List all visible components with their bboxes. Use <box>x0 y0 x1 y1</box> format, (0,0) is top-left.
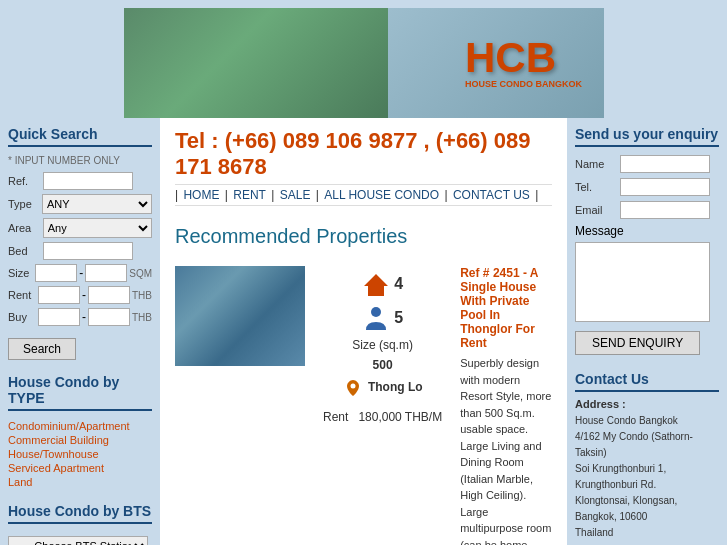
logo-text: HCB <box>465 37 582 79</box>
logo-area: HCB HOUSE CONDO BANGKOK <box>464 18 584 108</box>
bed-label: Bed <box>8 245 43 257</box>
bts-select[interactable]: ----- Choose BTS Station ----- <box>8 536 148 545</box>
logo-sub: HOUSE CONDO BANGKOK <box>465 79 582 89</box>
name-row: Name <box>575 155 719 173</box>
left-sidebar: Quick Search * INPUT NUMBER ONLY Ref. Ty… <box>0 118 160 545</box>
center-content: Tel : (+66) 089 106 9877 , (+66) 089 171… <box>160 118 567 545</box>
bedroom-count: 4 <box>394 275 403 293</box>
buy-max-input[interactable] <box>88 308 130 326</box>
buy-dash: - <box>82 310 86 324</box>
email-row: Email <box>575 201 719 219</box>
buy-label: Buy <box>8 311 38 323</box>
quick-search-title: Quick Search <box>8 126 152 147</box>
rent-label: Rent <box>8 289 38 301</box>
thumb-image-1 <box>175 266 305 366</box>
nav-links: | HOME | RENT | SALE | ALL HOUSE CONDO |… <box>175 184 552 206</box>
bathroom-count: 5 <box>394 309 403 327</box>
email-label: Email <box>575 204 620 216</box>
message-textarea[interactable] <box>575 242 710 322</box>
nav-home[interactable]: HOME <box>183 188 219 202</box>
contact-section: Contact Us Address : House Condo Bangkok… <box>575 371 719 541</box>
house-type-section: House Condo by TYPE Condominium/Apartmen… <box>8 374 152 489</box>
rent-range: - THB <box>38 286 152 304</box>
email-input[interactable] <box>620 201 710 219</box>
contact-line-4: Klongtonsai, Klongsan, Bangkok, 10600 <box>575 493 719 525</box>
name-label: Name <box>575 158 620 170</box>
svg-point-2 <box>371 307 381 317</box>
icon-row-bed: 4 <box>362 270 403 298</box>
search-note: * INPUT NUMBER ONLY <box>8 155 152 166</box>
nav-sale[interactable]: SALE <box>280 188 311 202</box>
tel-label: Tel. <box>575 181 620 193</box>
area-label: Area <box>8 222 43 234</box>
house-icon <box>362 270 390 298</box>
type-select[interactable]: ANY Condominium/Apartment Commercial Bui… <box>42 194 152 214</box>
rent-min-input[interactable] <box>38 286 80 304</box>
send-enquiry-button[interactable]: SEND ENQUIRY <box>575 331 700 355</box>
message-row: Message <box>575 224 719 325</box>
type-link-serviced[interactable]: Serviced Apartment <box>8 461 152 475</box>
phone-bar: Tel : (+66) 089 106 9877 , (+66) 089 171… <box>160 118 567 215</box>
right-sidebar: Send us your enquiry Name Tel. Email Mes… <box>567 118 727 545</box>
ref-input[interactable] <box>43 172 133 190</box>
contact-line-5: Thailand <box>575 525 719 541</box>
house-type-title: House Condo by TYPE <box>8 374 152 411</box>
person-icon <box>362 304 390 332</box>
enquiry-title: Send us your enquiry <box>575 126 719 147</box>
size-min-input[interactable] <box>35 264 77 282</box>
area-row: Area Any Sukhumvit Silom Sathorn Thong L… <box>8 218 152 238</box>
rent-max-input[interactable] <box>88 286 130 304</box>
phone-number: Tel : (+66) 089 106 9877 , (+66) 089 171… <box>175 128 552 180</box>
rent-row: Rent - THB <box>8 286 152 304</box>
type-link-land[interactable]: Land <box>8 475 152 489</box>
property-ref-link-1[interactable]: Ref # 2451 - A Single House With Private… <box>460 266 552 350</box>
header-banner: HCB HOUSE CONDO BANGKOK <box>124 8 604 118</box>
rent-value-disp: 180,000 THB/M <box>358 410 442 424</box>
search-button[interactable]: Search <box>8 338 76 360</box>
name-input[interactable] <box>620 155 710 173</box>
header: HCB HOUSE CONDO BANGKOK <box>0 0 727 118</box>
nav-contact[interactable]: CONTACT US <box>453 188 530 202</box>
rent-label-disp: Rent <box>323 410 348 424</box>
house-bts-title: House Condo by BTS <box>8 503 152 524</box>
property-description-1: Superbly design with modern Resort Style… <box>460 355 552 545</box>
message-label: Message <box>575 224 719 238</box>
property-details-1: Ref # 2451 - A Single House With Private… <box>460 266 552 545</box>
area-select[interactable]: Any Sukhumvit Silom Sathorn Thong Lo <box>43 218 152 238</box>
page-wrapper: HCB HOUSE CONDO BANGKOK Quick Search * I… <box>0 0 727 545</box>
contact-line-1: House Condo Bangkok <box>575 413 719 429</box>
recommended-title: Recommended Properties <box>160 215 567 256</box>
contact-line-3: Soi Krungthonburi 1, Krungthonburi Rd. <box>575 461 719 493</box>
size-max-input[interactable] <box>85 264 127 282</box>
tel-row: Tel. <box>575 178 719 196</box>
size-dash: - <box>79 266 83 280</box>
type-link-house[interactable]: House/Townhouse <box>8 447 152 461</box>
nav-all[interactable]: ALL HOUSE CONDO <box>324 188 439 202</box>
size-sq-label: Size (sq.m) <box>352 338 413 352</box>
svg-rect-1 <box>372 288 380 296</box>
rent-unit: THB <box>132 290 152 301</box>
property-item-1: 4 5 Size (sq.m) <box>160 256 567 545</box>
rent-dash: - <box>82 288 86 302</box>
location-display: Thong Lo <box>343 378 423 398</box>
size-value: 500 <box>373 358 393 372</box>
banner-image-left <box>124 8 388 118</box>
nav-rent[interactable]: RENT <box>233 188 266 202</box>
bed-input[interactable] <box>43 242 133 260</box>
bed-row: Bed <box>8 242 152 260</box>
buy-min-input[interactable] <box>38 308 80 326</box>
type-link-commercial[interactable]: Commercial Building <box>8 433 152 447</box>
buy-row: Buy - THB <box>8 308 152 326</box>
content-area: Quick Search * INPUT NUMBER ONLY Ref. Ty… <box>0 118 727 545</box>
size-range: - SQM <box>35 264 152 282</box>
size-value-display: 500 <box>373 358 393 372</box>
size-row: Size - SQM <box>8 264 152 282</box>
contact-address-label: Address : <box>575 398 719 410</box>
type-label: Type <box>8 198 42 210</box>
buy-range: - THB <box>38 308 152 326</box>
type-row: Type ANY Condominium/Apartment Commercia… <box>8 194 152 214</box>
tel-input[interactable] <box>620 178 710 196</box>
buy-unit: THB <box>132 312 152 323</box>
ref-row: Ref. <box>8 172 152 190</box>
type-link-condo[interactable]: Condominium/Apartment <box>8 419 152 433</box>
